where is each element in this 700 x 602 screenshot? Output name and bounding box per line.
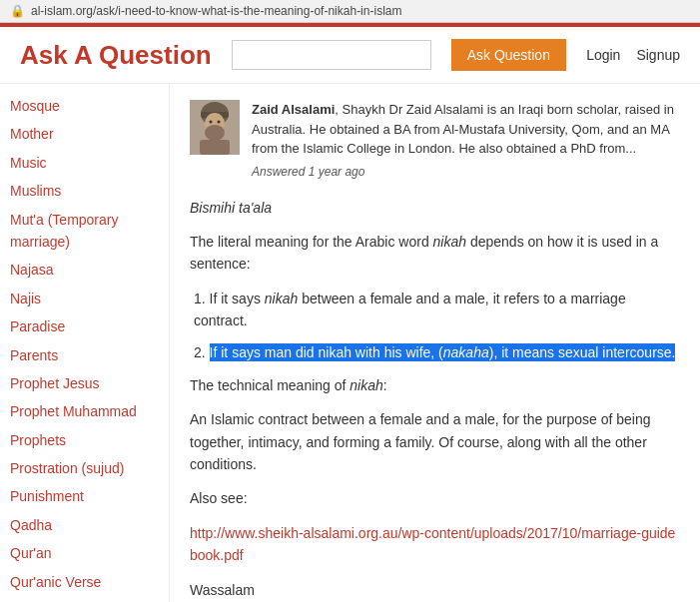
sidebar-item-music[interactable]: Music: [0, 149, 169, 177]
scholar-name: Zaid Alsalami: [252, 102, 335, 117]
point-2: 2. If it says man did nikah with his wif…: [190, 341, 679, 363]
marriage-guidebook-link[interactable]: http://www.sheikh-alsalami.org.au/wp-con…: [190, 525, 675, 563]
login-link[interactable]: Login: [586, 47, 620, 63]
sidebar-item-qadha[interactable]: Qadha: [0, 511, 169, 539]
sidebar-item-quran[interactable]: Qur'an: [0, 539, 169, 567]
site-title: Ask A Question: [20, 40, 212, 71]
sidebar-item-mosque[interactable]: Mosque: [0, 92, 169, 120]
sidebar-item-prophet-muhammad[interactable]: Prophet Muhammad: [0, 397, 169, 425]
nikah-italic-technical: nikah: [350, 377, 382, 393]
sidebar-item-punishment[interactable]: Punishment: [0, 482, 169, 510]
sidebar-item-muta[interactable]: Mut'a (Temporary marriage): [0, 206, 169, 257]
svg-point-7: [218, 121, 221, 124]
svg-point-6: [210, 121, 213, 124]
point-1: 1. If it says nikah between a female and…: [190, 288, 679, 332]
sidebar: Mosque Mother Music Muslims Mut'a (Tempo…: [0, 84, 170, 602]
lock-icon: 🔒: [10, 4, 25, 18]
browser-bar: 🔒 al-islam.org/ask/i-need-to-know-what-i…: [0, 0, 700, 23]
sidebar-item-quranic-verse[interactable]: Qur'anic Verse: [0, 568, 169, 596]
svg-point-4: [205, 125, 225, 141]
sidebar-item-mother[interactable]: Mother: [0, 120, 169, 148]
answered-label: Answered: [252, 165, 305, 179]
sidebar-item-najasa[interactable]: Najasa: [0, 256, 169, 284]
search-input[interactable]: [232, 40, 431, 70]
sidebar-item-ramadan[interactable]: Ramadan: [0, 596, 169, 602]
scholar-avatar: [190, 100, 240, 155]
nikah-italic-intro: nikah: [433, 234, 466, 250]
sidebar-item-prostration[interactable]: Prostration (sujud): [0, 454, 169, 482]
sidebar-item-parents[interactable]: Parents: [0, 341, 169, 369]
sidebar-item-muslims[interactable]: Muslims: [0, 177, 169, 205]
answer-content: Bismihi ta'ala The literal meaning for t…: [190, 197, 679, 601]
technical-heading: The technical meaning of nikah:: [190, 374, 679, 396]
main-content: Zaid Alsalami, Shaykh Dr Zaid Alsalami i…: [170, 84, 699, 602]
scholar-info: Zaid Alsalami, Shaykh Dr Zaid Alsalami i…: [252, 100, 679, 181]
scholar-answered: Answered 1 year ago: [252, 163, 679, 181]
intro-paragraph: The literal meaning for the Arabic word …: [190, 231, 679, 276]
svg-rect-5: [200, 140, 230, 155]
ask-question-button[interactable]: Ask Question: [451, 39, 566, 71]
sidebar-item-najis[interactable]: Najis: [0, 285, 169, 312]
wassalam: Wassalam: [190, 579, 679, 601]
signup-link[interactable]: Signup: [636, 47, 680, 63]
sidebar-item-prophet-jesus[interactable]: Prophet Jesus: [0, 369, 169, 397]
also-see-label: Also see:: [190, 487, 679, 509]
nikah-italic-1: nikah: [265, 291, 298, 306]
highlighted-sentence: If it says man did nikah with his wife, …: [210, 343, 676, 361]
avatar-image: [190, 100, 240, 155]
answered-time: 1 year ago: [309, 165, 365, 179]
technical-body: An Islamic contract between a female and…: [190, 408, 679, 475]
scholar-box: Zaid Alsalami, Shaykh Dr Zaid Alsalami i…: [190, 100, 679, 181]
header: Ask A Question Ask Question Login Signup: [0, 27, 700, 84]
url-text: al-islam.org/ask/i-need-to-know-what-is-…: [31, 4, 401, 18]
main-layout: Mosque Mother Music Muslims Mut'a (Tempo…: [0, 84, 700, 602]
sidebar-item-paradise[interactable]: Paradise: [0, 312, 169, 340]
header-links: Login Signup: [586, 47, 680, 63]
nakaha-italic: nakaha: [443, 344, 489, 360]
sidebar-item-prophets[interactable]: Prophets: [0, 426, 169, 454]
bismi-text: Bismihi ta'ala: [190, 197, 679, 219]
